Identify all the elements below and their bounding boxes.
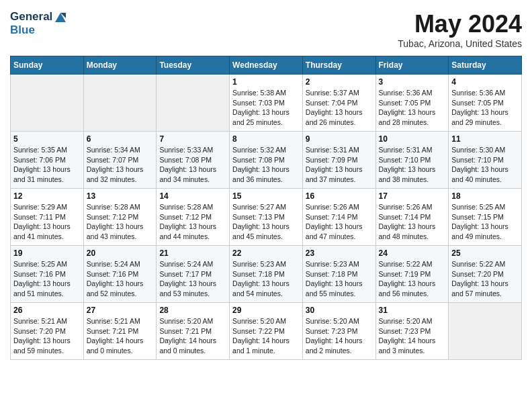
calendar-cell: 27Sunrise: 5:21 AMSunset: 7:21 PMDayligh… bbox=[83, 303, 157, 360]
calendar-cell bbox=[83, 75, 157, 132]
calendar-cell: 5Sunrise: 5:35 AMSunset: 7:06 PMDaylight… bbox=[11, 132, 84, 189]
day-info: Sunrise: 5:23 AMSunset: 7:18 PMDaylight:… bbox=[232, 259, 300, 299]
day-number: 18 bbox=[451, 191, 519, 201]
calendar-week-row: 26Sunrise: 5:21 AMSunset: 7:20 PMDayligh… bbox=[11, 303, 522, 360]
calendar-week-row: 12Sunrise: 5:29 AMSunset: 7:11 PMDayligh… bbox=[11, 189, 522, 246]
calendar-cell: 19Sunrise: 5:25 AMSunset: 7:16 PMDayligh… bbox=[11, 246, 84, 303]
calendar-cell: 22Sunrise: 5:23 AMSunset: 7:18 PMDayligh… bbox=[230, 246, 303, 303]
day-info: Sunrise: 5:22 AMSunset: 7:19 PMDaylight:… bbox=[379, 259, 446, 299]
calendar-cell: 10Sunrise: 5:31 AMSunset: 7:10 PMDayligh… bbox=[375, 132, 449, 189]
header-thursday: Thursday bbox=[302, 56, 375, 75]
page-header: General Blue May 2024 Tubac, Arizona, Un… bbox=[10, 10, 522, 49]
day-info: Sunrise: 5:26 AMSunset: 7:14 PMDaylight:… bbox=[379, 202, 446, 242]
day-info: Sunrise: 5:20 AMSunset: 7:23 PMDaylight:… bbox=[379, 316, 446, 356]
day-info: Sunrise: 5:36 AMSunset: 7:05 PMDaylight:… bbox=[451, 88, 519, 128]
calendar-cell: 29Sunrise: 5:20 AMSunset: 7:22 PMDayligh… bbox=[230, 303, 303, 360]
logo-text: General bbox=[10, 10, 67, 24]
header-wednesday: Wednesday bbox=[230, 56, 303, 75]
day-number: 4 bbox=[451, 77, 519, 87]
header-tuesday: Tuesday bbox=[157, 56, 230, 75]
day-info: Sunrise: 5:21 AMSunset: 7:21 PMDaylight:… bbox=[87, 316, 154, 356]
calendar-cell: 16Sunrise: 5:26 AMSunset: 7:14 PMDayligh… bbox=[302, 189, 375, 246]
day-info: Sunrise: 5:26 AMSunset: 7:14 PMDaylight:… bbox=[306, 202, 373, 242]
day-info: Sunrise: 5:22 AMSunset: 7:20 PMDaylight:… bbox=[451, 259, 519, 299]
day-number: 20 bbox=[87, 248, 154, 258]
calendar-title: May 2024 bbox=[398, 10, 522, 38]
day-info: Sunrise: 5:23 AMSunset: 7:18 PMDaylight:… bbox=[306, 259, 373, 299]
calendar-cell: 30Sunrise: 5:20 AMSunset: 7:23 PMDayligh… bbox=[302, 303, 375, 360]
calendar-cell: 21Sunrise: 5:24 AMSunset: 7:17 PMDayligh… bbox=[157, 246, 230, 303]
calendar-cell: 1Sunrise: 5:38 AMSunset: 7:03 PMDaylight… bbox=[230, 75, 303, 132]
day-number: 30 bbox=[306, 306, 373, 315]
day-number: 19 bbox=[13, 248, 81, 258]
day-number: 5 bbox=[13, 134, 81, 144]
day-number: 9 bbox=[306, 134, 373, 144]
day-number: 7 bbox=[159, 134, 226, 144]
calendar-cell: 25Sunrise: 5:22 AMSunset: 7:20 PMDayligh… bbox=[449, 246, 522, 303]
day-number: 31 bbox=[379, 306, 446, 315]
calendar-cell: 26Sunrise: 5:21 AMSunset: 7:20 PMDayligh… bbox=[11, 303, 84, 360]
day-info: Sunrise: 5:37 AMSunset: 7:04 PMDaylight:… bbox=[306, 88, 373, 128]
calendar-cell bbox=[449, 303, 522, 360]
day-info: Sunrise: 5:21 AMSunset: 7:20 PMDaylight:… bbox=[13, 316, 81, 356]
day-info: Sunrise: 5:31 AMSunset: 7:09 PMDaylight:… bbox=[306, 145, 373, 185]
day-info: Sunrise: 5:36 AMSunset: 7:05 PMDaylight:… bbox=[379, 88, 446, 128]
calendar-cell: 13Sunrise: 5:28 AMSunset: 7:12 PMDayligh… bbox=[83, 189, 157, 246]
calendar-cell: 7Sunrise: 5:33 AMSunset: 7:08 PMDaylight… bbox=[157, 132, 230, 189]
calendar-cell: 8Sunrise: 5:32 AMSunset: 7:08 PMDaylight… bbox=[230, 132, 303, 189]
day-info: Sunrise: 5:25 AMSunset: 7:16 PMDaylight:… bbox=[13, 259, 81, 299]
day-number: 15 bbox=[232, 191, 300, 201]
calendar-cell: 6Sunrise: 5:34 AMSunset: 7:07 PMDaylight… bbox=[83, 132, 157, 189]
calendar-location: Tubac, Arizona, United States bbox=[398, 38, 522, 49]
day-number: 21 bbox=[159, 248, 226, 258]
day-number: 28 bbox=[159, 306, 226, 315]
day-info: Sunrise: 5:33 AMSunset: 7:08 PMDaylight:… bbox=[159, 145, 226, 185]
day-number: 29 bbox=[232, 306, 300, 315]
calendar-cell: 11Sunrise: 5:30 AMSunset: 7:10 PMDayligh… bbox=[449, 132, 522, 189]
calendar-cell: 14Sunrise: 5:28 AMSunset: 7:12 PMDayligh… bbox=[157, 189, 230, 246]
day-number: 12 bbox=[13, 191, 81, 201]
day-number: 3 bbox=[379, 77, 446, 87]
day-number: 13 bbox=[87, 191, 154, 201]
day-number: 22 bbox=[232, 248, 300, 258]
calendar-cell: 18Sunrise: 5:25 AMSunset: 7:15 PMDayligh… bbox=[449, 189, 522, 246]
day-number: 23 bbox=[306, 248, 373, 258]
day-info: Sunrise: 5:20 AMSunset: 7:23 PMDaylight:… bbox=[306, 316, 373, 356]
header-friday: Friday bbox=[375, 56, 449, 75]
day-number: 17 bbox=[379, 191, 446, 201]
calendar-cell: 17Sunrise: 5:26 AMSunset: 7:14 PMDayligh… bbox=[375, 189, 449, 246]
day-info: Sunrise: 5:24 AMSunset: 7:16 PMDaylight:… bbox=[87, 259, 154, 299]
calendar-cell: 3Sunrise: 5:36 AMSunset: 7:05 PMDaylight… bbox=[375, 75, 449, 132]
calendar-cell: 31Sunrise: 5:20 AMSunset: 7:23 PMDayligh… bbox=[375, 303, 449, 360]
header-saturday: Saturday bbox=[449, 56, 522, 75]
calendar-cell: 2Sunrise: 5:37 AMSunset: 7:04 PMDaylight… bbox=[302, 75, 375, 132]
day-number: 11 bbox=[451, 134, 519, 144]
day-info: Sunrise: 5:32 AMSunset: 7:08 PMDaylight:… bbox=[232, 145, 300, 185]
logo-blue: Blue bbox=[10, 24, 67, 37]
calendar-week-row: 19Sunrise: 5:25 AMSunset: 7:16 PMDayligh… bbox=[11, 246, 522, 303]
calendar-cell: 28Sunrise: 5:20 AMSunset: 7:21 PMDayligh… bbox=[157, 303, 230, 360]
day-info: Sunrise: 5:20 AMSunset: 7:22 PMDaylight:… bbox=[232, 316, 300, 356]
day-number: 2 bbox=[306, 77, 373, 87]
calendar-cell: 24Sunrise: 5:22 AMSunset: 7:19 PMDayligh… bbox=[375, 246, 449, 303]
logo: General Blue bbox=[10, 10, 67, 36]
header-monday: Monday bbox=[83, 56, 157, 75]
calendar-cell: 23Sunrise: 5:23 AMSunset: 7:18 PMDayligh… bbox=[302, 246, 375, 303]
calendar-week-row: 1Sunrise: 5:38 AMSunset: 7:03 PMDaylight… bbox=[11, 75, 522, 132]
header-sunday: Sunday bbox=[11, 56, 84, 75]
day-number: 10 bbox=[379, 134, 446, 144]
logo-icon bbox=[54, 11, 67, 24]
day-info: Sunrise: 5:29 AMSunset: 7:11 PMDaylight:… bbox=[13, 202, 81, 242]
calendar-cell: 9Sunrise: 5:31 AMSunset: 7:09 PMDaylight… bbox=[302, 132, 375, 189]
day-info: Sunrise: 5:38 AMSunset: 7:03 PMDaylight:… bbox=[232, 88, 300, 128]
day-info: Sunrise: 5:25 AMSunset: 7:15 PMDaylight:… bbox=[451, 202, 519, 242]
day-number: 16 bbox=[306, 191, 373, 201]
day-info: Sunrise: 5:27 AMSunset: 7:13 PMDaylight:… bbox=[232, 202, 300, 242]
day-number: 24 bbox=[379, 248, 446, 258]
day-number: 14 bbox=[159, 191, 226, 201]
calendar-cell: 12Sunrise: 5:29 AMSunset: 7:11 PMDayligh… bbox=[11, 189, 84, 246]
day-info: Sunrise: 5:28 AMSunset: 7:12 PMDaylight:… bbox=[87, 202, 154, 242]
day-info: Sunrise: 5:34 AMSunset: 7:07 PMDaylight:… bbox=[87, 145, 154, 185]
calendar-week-row: 5Sunrise: 5:35 AMSunset: 7:06 PMDaylight… bbox=[11, 132, 522, 189]
day-info: Sunrise: 5:28 AMSunset: 7:12 PMDaylight:… bbox=[159, 202, 226, 242]
